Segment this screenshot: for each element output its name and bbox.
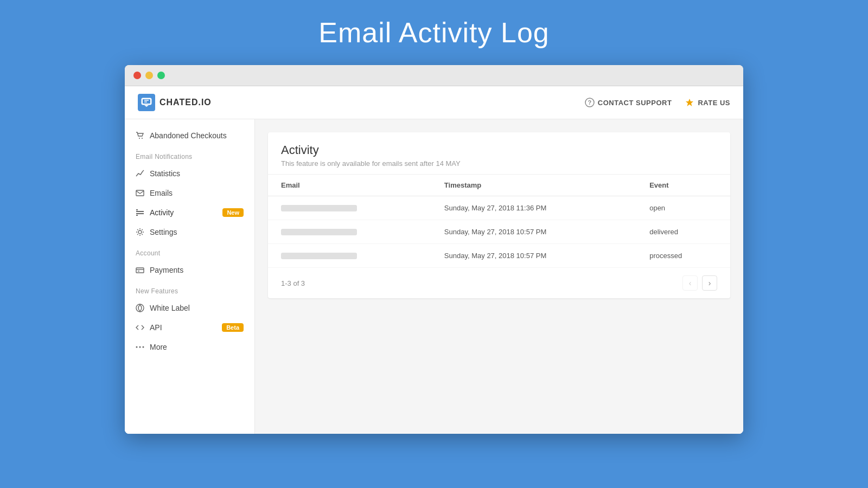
contact-support-label: CONTACT SUPPORT xyxy=(598,99,672,107)
svg-rect-11 xyxy=(136,190,144,196)
code-icon xyxy=(136,323,144,332)
minimize-window-button[interactable] xyxy=(145,72,153,79)
help-icon: ? xyxy=(585,98,595,107)
logo-area: CHATED.IO xyxy=(138,94,212,111)
chevron-right-icon: › xyxy=(709,279,711,287)
main-layout: Abandoned Checkouts Email Notifications … xyxy=(125,119,743,434)
svg-rect-1 xyxy=(143,99,150,104)
timestamp-cell: Sunday, May 27, 2018 10:57 PM xyxy=(431,220,636,244)
page-title: Email Activity Log xyxy=(318,16,550,49)
cart-icon xyxy=(136,131,144,140)
svg-point-23 xyxy=(143,346,144,348)
content-header: Activity This feature is only available … xyxy=(268,132,730,175)
timestamp-cell: Sunday, May 27, 2018 11:36 PM xyxy=(431,196,636,220)
contact-support-button[interactable]: ? CONTACT SUPPORT xyxy=(585,98,672,107)
svg-marker-4 xyxy=(144,105,149,107)
event-cell: delivered xyxy=(636,220,730,244)
star-icon xyxy=(685,98,694,107)
sidebar-item-label: API xyxy=(150,323,162,332)
sidebar-section-account: Account xyxy=(125,242,254,260)
sidebar-item-white-label[interactable]: White Label xyxy=(125,298,254,318)
sidebar-item-label: More xyxy=(150,343,167,351)
sidebar-item-label: White Label xyxy=(150,304,190,312)
payments-icon xyxy=(136,266,144,274)
email-cell xyxy=(268,220,431,244)
svg-point-9 xyxy=(142,138,143,139)
close-window-button[interactable] xyxy=(133,72,141,79)
sidebar-item-settings[interactable]: Settings xyxy=(125,222,254,242)
content-subtitle: This feature is only available for email… xyxy=(281,159,717,168)
app-header: CHATED.IO ? CONTACT SUPPORT RATE US xyxy=(125,86,743,119)
chart-icon xyxy=(136,169,144,178)
sidebar-item-label: Abandoned Checkouts xyxy=(150,131,227,140)
pagination-buttons: ‹ › xyxy=(682,275,717,291)
sidebar-item-activity[interactable]: Activity New xyxy=(125,203,254,222)
svg-line-10 xyxy=(143,170,144,171)
activity-new-badge: New xyxy=(222,208,244,217)
content-title: Activity xyxy=(281,143,717,157)
logo-icon xyxy=(138,94,155,111)
rate-us-button[interactable]: RATE US xyxy=(685,98,730,107)
sidebar-item-label: Activity xyxy=(150,208,174,217)
more-icon xyxy=(136,343,144,351)
sidebar-section-new-features: New Features xyxy=(125,280,254,298)
table-row: Sunday, May 27, 2018 11:36 PM open xyxy=(268,196,730,220)
svg-marker-7 xyxy=(686,99,693,106)
header-actions: ? CONTACT SUPPORT RATE US xyxy=(585,98,730,107)
sidebar-item-emails[interactable]: Emails xyxy=(125,183,254,203)
sidebar-item-label: Payments xyxy=(150,266,183,274)
email-placeholder xyxy=(281,229,357,235)
event-cell: open xyxy=(636,196,730,220)
whitelabel-icon xyxy=(136,304,144,312)
settings-icon xyxy=(136,228,144,236)
sidebar-item-label: Statistics xyxy=(150,169,180,178)
email-cell xyxy=(268,196,431,220)
column-email: Email xyxy=(268,175,431,196)
column-event: Event xyxy=(636,175,730,196)
chevron-left-icon: ‹ xyxy=(689,279,692,287)
maximize-window-button[interactable] xyxy=(157,72,165,79)
svg-point-20 xyxy=(136,304,144,312)
svg-point-16 xyxy=(138,230,142,234)
event-cell: processed xyxy=(636,244,730,268)
sidebar-item-label: Emails xyxy=(150,189,173,197)
pagination-next-button[interactable]: › xyxy=(702,275,717,291)
activity-table: Email Timestamp Event Sunday, May 27, 20… xyxy=(268,175,730,268)
sidebar: Abandoned Checkouts Email Notifications … xyxy=(125,119,255,434)
svg-text:?: ? xyxy=(588,99,591,106)
sidebar-item-payments[interactable]: Payments xyxy=(125,260,254,280)
table-row: Sunday, May 27, 2018 10:57 PM delivered xyxy=(268,220,730,244)
sidebar-item-label: Settings xyxy=(150,228,177,236)
title-bar xyxy=(125,65,743,86)
sidebar-item-more[interactable]: More xyxy=(125,337,254,357)
sidebar-section-email: Email Notifications xyxy=(125,145,254,164)
api-beta-badge: Beta xyxy=(222,323,244,332)
activity-icon xyxy=(136,208,144,217)
rate-us-label: RATE US xyxy=(698,99,730,107)
email-icon xyxy=(136,189,144,197)
table-footer: 1-3 of 3 ‹ › xyxy=(268,268,730,298)
svg-point-22 xyxy=(139,346,141,348)
svg-rect-17 xyxy=(136,268,144,273)
column-timestamp: Timestamp xyxy=(431,175,636,196)
browser-window: CHATED.IO ? CONTACT SUPPORT RATE US xyxy=(125,65,743,434)
sidebar-item-abandoned-checkouts[interactable]: Abandoned Checkouts xyxy=(125,126,254,145)
svg-point-21 xyxy=(136,346,138,348)
pagination-prev-button[interactable]: ‹ xyxy=(682,275,698,291)
logo-text: CHATED.IO xyxy=(159,98,212,107)
table-row: Sunday, May 27, 2018 10:57 PM processed xyxy=(268,244,730,268)
pagination-info: 1-3 of 3 xyxy=(281,279,305,287)
timestamp-cell: Sunday, May 27, 2018 10:57 PM xyxy=(431,244,636,268)
sidebar-item-api[interactable]: API Beta xyxy=(125,318,254,337)
activity-card: Activity This feature is only available … xyxy=(268,132,730,298)
email-placeholder xyxy=(281,253,357,259)
email-cell xyxy=(268,244,431,268)
sidebar-item-statistics[interactable]: Statistics xyxy=(125,164,254,183)
email-placeholder xyxy=(281,205,357,211)
content-area: Activity This feature is only available … xyxy=(255,119,743,434)
svg-point-8 xyxy=(139,138,140,139)
